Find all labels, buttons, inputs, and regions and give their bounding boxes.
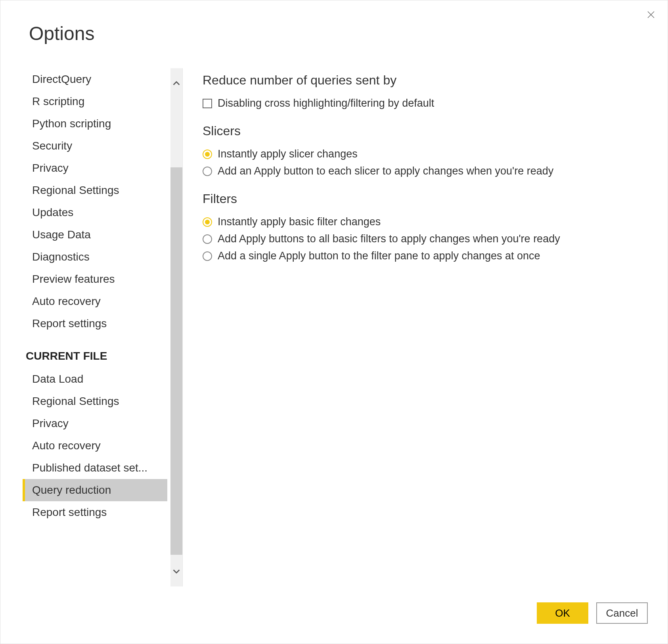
sidebar-item-security[interactable]: Security <box>23 135 167 157</box>
sidebar-item-auto-recovery[interactable]: Auto recovery <box>23 290 167 312</box>
slicers-title: Slicers <box>203 124 644 138</box>
filter-instant-radio[interactable]: Instantly apply basic filter changes <box>203 213 644 230</box>
scrollbar-thumb[interactable] <box>170 167 182 555</box>
cancel-button[interactable]: Cancel <box>596 602 648 624</box>
sidebar-item-diagnostics[interactable]: Diagnostics <box>23 246 167 268</box>
slicer-instant-label: Instantly apply slicer changes <box>218 148 358 160</box>
content-pane: Reduce number of queries sent by Disabli… <box>183 68 668 586</box>
sidebar: DirectQuery R scripting Python scripting… <box>0 68 183 586</box>
dialog-title: Options <box>0 0 668 44</box>
sidebar-item-updates[interactable]: Updates <box>23 201 167 224</box>
sidebar-item-cf-auto-recovery[interactable]: Auto recovery <box>23 435 167 457</box>
radio-icon <box>203 217 212 227</box>
sidebar-item-cf-report-settings[interactable]: Report settings <box>23 501 167 523</box>
sidebar-section-current-file: CURRENT FILE <box>23 335 167 368</box>
reduce-queries-title: Reduce number of queries sent by <box>203 73 644 88</box>
radio-icon <box>203 251 212 261</box>
sidebar-item-python-scripting[interactable]: Python scripting <box>23 113 167 135</box>
sidebar-item-data-load[interactable]: Data Load <box>23 368 167 390</box>
options-dialog: Options DirectQuery R scripting Python s… <box>0 0 668 644</box>
sidebar-item-directquery[interactable]: DirectQuery <box>23 68 167 90</box>
sidebar-item-cf-privacy[interactable]: Privacy <box>23 412 167 435</box>
filter-apply-all-radio[interactable]: Add Apply buttons to all basic filters t… <box>203 230 644 247</box>
sidebar-item-cf-regional-settings[interactable]: Regional Settings <box>23 390 167 412</box>
scroll-down-button[interactable] <box>170 564 182 579</box>
slicer-apply-label: Add an Apply button to each slicer to ap… <box>218 165 553 177</box>
sidebar-item-privacy[interactable]: Privacy <box>23 157 167 179</box>
chevron-down-icon <box>172 567 181 576</box>
checkbox-icon <box>203 99 212 108</box>
sidebar-item-published-dataset[interactable]: Published dataset set... <box>23 457 167 479</box>
dialog-footer: OK Cancel <box>0 586 668 644</box>
slicer-apply-radio[interactable]: Add an Apply button to each slicer to ap… <box>203 163 644 180</box>
disable-cross-label: Disabling cross highlighting/filtering b… <box>218 97 434 109</box>
sidebar-item-r-scripting[interactable]: R scripting <box>23 90 167 113</box>
filter-instant-label: Instantly apply basic filter changes <box>218 216 381 228</box>
radio-icon <box>203 234 212 244</box>
filter-single-apply-radio[interactable]: Add a single Apply button to the filter … <box>203 247 644 264</box>
sidebar-item-query-reduction[interactable]: Query reduction <box>23 479 167 501</box>
close-icon <box>646 10 656 19</box>
ok-button[interactable]: OK <box>537 602 588 624</box>
sidebar-item-preview-features[interactable]: Preview features <box>23 268 167 290</box>
close-button[interactable] <box>645 9 657 20</box>
sidebar-item-usage-data[interactable]: Usage Data <box>23 224 167 246</box>
radio-icon <box>203 150 212 159</box>
slicer-instant-radio[interactable]: Instantly apply slicer changes <box>203 146 644 163</box>
dialog-body: DirectQuery R scripting Python scripting… <box>0 44 668 586</box>
sidebar-scrollbar[interactable] <box>170 68 182 586</box>
filters-title: Filters <box>203 192 644 206</box>
sidebar-list: DirectQuery R scripting Python scripting… <box>23 68 167 586</box>
radio-icon <box>203 167 212 176</box>
chevron-up-icon <box>172 79 181 88</box>
disable-cross-highlighting-checkbox[interactable]: Disabling cross highlighting/filtering b… <box>203 95 644 112</box>
filter-single-apply-label: Add a single Apply button to the filter … <box>218 250 540 262</box>
filter-apply-all-label: Add Apply buttons to all basic filters t… <box>218 233 560 245</box>
scroll-up-button[interactable] <box>170 75 182 91</box>
sidebar-item-report-settings[interactable]: Report settings <box>23 312 167 335</box>
sidebar-item-regional-settings[interactable]: Regional Settings <box>23 179 167 201</box>
